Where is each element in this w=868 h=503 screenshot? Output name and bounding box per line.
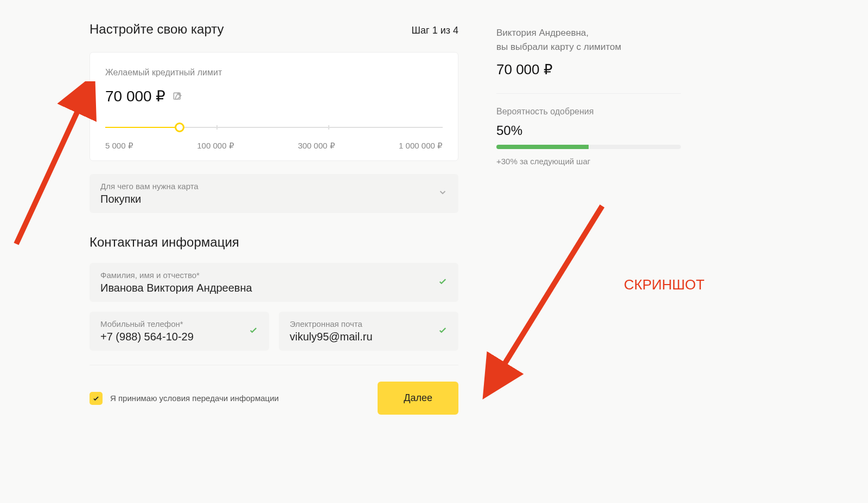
fullname-value: Иванова Виктория Андреевна: [100, 282, 252, 294]
fullname-label: Фамилия, имя и отчество*: [100, 270, 252, 280]
summary-sidebar: Виктория Андреевна, вы выбрали карту с л…: [496, 22, 681, 415]
chevron-down-icon: [438, 188, 448, 199]
check-icon: [438, 325, 448, 337]
approval-percent: 50%: [496, 123, 681, 138]
next-button[interactable]: Далее: [378, 382, 458, 415]
slider-thumb[interactable]: [175, 122, 184, 132]
phone-value: +7 (988) 564-10-29: [100, 331, 194, 343]
phone-field[interactable]: Мобильный телефон* +7 (988) 564-10-29: [90, 312, 269, 351]
consent-text[interactable]: Я принимаю условия передачи информации: [110, 394, 279, 403]
sidebar-subgreeting: вы выбрали карту с лимитом: [496, 40, 681, 54]
approval-label: Вероятность одобрения: [496, 107, 681, 117]
sidebar-greeting: Виктория Андреевна,: [496, 26, 681, 40]
email-label: Электронная почта: [290, 319, 373, 328]
fullname-field[interactable]: Фамилия, имя и отчество* Иванова Виктори…: [90, 263, 458, 302]
card-purpose-select[interactable]: Для чего вам нужна карта Покупки: [90, 174, 458, 213]
check-icon: [438, 276, 448, 288]
edit-icon[interactable]: [172, 91, 183, 102]
step-indicator: Шаг 1 из 4: [412, 25, 458, 36]
approval-progress-fill: [496, 145, 589, 149]
page-title: Настройте свою карту: [90, 22, 224, 37]
slider-scale-labels: 5 000 ₽ 100 000 ₽ 300 000 ₽ 1 000 000 ₽: [105, 141, 443, 151]
approval-bonus-note: +30% за следующий шаг: [496, 157, 681, 166]
credit-limit-label: Желаемый кредитный лимит: [105, 68, 443, 78]
consent-checkbox[interactable]: [90, 392, 103, 405]
approval-progress-bar: [496, 145, 681, 149]
divider: [90, 365, 458, 365]
email-field[interactable]: Электронная почта vikuly95@mail.ru: [279, 312, 458, 351]
phone-label: Мобильный телефон*: [100, 319, 194, 328]
contact-section-title: Контактная информация: [90, 235, 458, 250]
check-icon: [248, 325, 258, 337]
divider: [496, 93, 681, 94]
email-value: vikuly95@mail.ru: [290, 331, 373, 343]
card-purpose-value: Покупки: [100, 193, 199, 205]
sidebar-amount: 70 000 ₽: [496, 61, 681, 78]
credit-limit-card: Желаемый кредитный лимит 70 000 ₽: [90, 52, 458, 161]
card-purpose-label: Для чего вам нужна карта: [100, 182, 199, 191]
credit-limit-slider[interactable]: [105, 120, 443, 137]
credit-limit-value: 70 000 ₽: [105, 87, 165, 105]
